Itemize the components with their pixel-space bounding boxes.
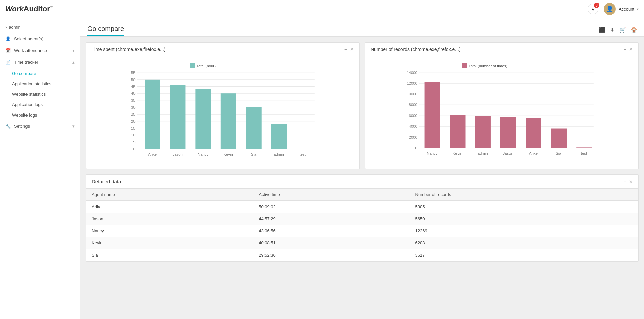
left-chart-header: Time spent (chrome.exe,firefox.e...) − ✕: [86, 43, 359, 56]
sidebar-item-go-compare[interactable]: Go compare: [12, 68, 80, 79]
svg-rect-65: [526, 118, 541, 148]
logo: WorkAuditor™: [5, 5, 53, 13]
svg-text:4000: 4000: [409, 124, 417, 128]
right-chart-card: Number of records (chrome.exe,firefox.e.…: [365, 42, 639, 169]
notifications-button[interactable]: ★ 3: [588, 4, 598, 14]
svg-text:Sia: Sia: [556, 151, 561, 155]
sidebar-item-application-statistics[interactable]: Application statistics: [12, 79, 80, 89]
svg-rect-28: [170, 85, 186, 149]
svg-text:30: 30: [131, 105, 136, 109]
left-chart-card: Time spent (chrome.exe,firefox.e...) − ✕…: [86, 42, 360, 169]
minimize-icon[interactable]: −: [344, 47, 347, 52]
svg-text:45: 45: [131, 85, 136, 89]
svg-text:Nancy: Nancy: [198, 152, 209, 156]
svg-text:14000: 14000: [407, 71, 417, 75]
svg-text:Jason: Jason: [503, 151, 513, 155]
close-icon[interactable]: ✕: [350, 47, 354, 52]
close-icon[interactable]: ✕: [629, 47, 633, 52]
cell-active-time: 40:08:51: [253, 237, 410, 249]
svg-text:Arike: Arike: [529, 151, 538, 155]
svg-rect-30: [195, 89, 211, 149]
download-icon[interactable]: ⬇: [610, 27, 614, 33]
table-row: Sia 29:52:36 3617: [86, 249, 638, 261]
topbar: WorkAuditor™ ★ 3 👤 Account ▾: [0, 0, 644, 18]
select-agents-icon: 👤: [5, 36, 11, 41]
sidebar-item-select-agents[interactable]: 👤 Select agent(s): [0, 33, 80, 45]
tracker-icon: 📄: [5, 60, 11, 65]
svg-text:25: 25: [131, 112, 136, 116]
work-attendance-label: Work attendance: [14, 48, 47, 53]
svg-rect-34: [246, 107, 262, 149]
cell-records: 6203: [410, 237, 638, 249]
chevron-down-icon: ▾: [72, 124, 75, 129]
svg-text:2000: 2000: [409, 135, 417, 139]
svg-text:Total (hour): Total (hour): [196, 64, 216, 68]
sidebar-item-work-attendance[interactable]: 📅 Work attendance ▾: [0, 45, 80, 56]
svg-rect-61: [475, 116, 491, 148]
table-header: Agent name Active time Number of records: [86, 189, 638, 201]
svg-text:50: 50: [131, 78, 136, 82]
svg-text:Nancy: Nancy: [427, 151, 438, 155]
content-area: Go compare ⬛ ⬇ 🛒 🏠 Time spent (chrome.ex…: [80, 18, 644, 319]
main-layout: › admin 👤 Select agent(s) 📅 Work attenda…: [0, 18, 644, 319]
cell-active-time: 44:57:29: [253, 213, 410, 225]
table-row: Kevin 40:08:51 6203: [86, 237, 638, 249]
cell-records: 12269: [410, 225, 638, 237]
chevron-right-icon: ›: [5, 25, 7, 30]
right-chart-title: Number of records (chrome.exe,firefox.e.…: [371, 47, 461, 52]
close-icon[interactable]: ✕: [629, 179, 633, 184]
svg-rect-26: [145, 80, 161, 149]
sidebar-item-settings[interactable]: 🔧 Settings ▾: [0, 120, 80, 132]
charts-row: Time spent (chrome.exe,firefox.e...) − ✕…: [86, 42, 639, 169]
topbar-right: ★ 3 👤 Account ▾: [588, 3, 639, 15]
account-menu[interactable]: 👤 Account ▾: [604, 3, 639, 15]
right-chart-header: Number of records (chrome.exe,firefox.e.…: [365, 43, 638, 56]
col-agent-name: Agent name: [86, 189, 253, 201]
svg-text:admin: admin: [274, 152, 284, 156]
svg-text:40: 40: [131, 91, 136, 95]
page-header: Go compare ⬛ ⬇ 🛒 🏠: [80, 18, 644, 37]
sidebar-sub-time-tracker: Go compare Application statistics Websit…: [0, 68, 80, 120]
svg-text:Kevin: Kevin: [453, 151, 462, 155]
svg-text:5: 5: [133, 140, 135, 144]
cell-agent: Nancy: [86, 225, 253, 237]
detailed-data-card: Detailed data − ✕ Agent name Active time…: [86, 174, 639, 262]
monitor-icon[interactable]: ⬛: [599, 27, 605, 33]
svg-text:0: 0: [133, 147, 135, 151]
sidebar-item-time-tracker[interactable]: 📄 Time tracker ▴: [0, 56, 80, 68]
page-title: Go compare: [87, 25, 124, 36]
svg-text:0: 0: [415, 146, 417, 150]
svg-text:10: 10: [131, 133, 136, 137]
minimize-icon[interactable]: −: [624, 179, 626, 184]
sidebar-item-website-statistics[interactable]: Website statistics: [12, 89, 80, 99]
svg-text:35: 35: [131, 98, 136, 102]
minimize-icon[interactable]: −: [624, 47, 626, 52]
cell-active-time: 50:09:02: [253, 201, 410, 213]
svg-rect-63: [500, 117, 516, 148]
notification-badge: 3: [594, 3, 599, 8]
calendar-icon: 📅: [5, 48, 11, 53]
sidebar: › admin 👤 Select agent(s) 📅 Work attenda…: [0, 18, 80, 319]
sidebar-item-application-logs[interactable]: Application logs: [12, 99, 80, 110]
cell-agent: Jason: [86, 213, 253, 225]
svg-rect-39: [462, 63, 467, 68]
svg-rect-57: [425, 82, 440, 148]
svg-text:20: 20: [131, 119, 136, 123]
left-chart-svg: Total (hour): [92, 60, 354, 165]
cell-active-time: 43:06:56: [253, 225, 410, 237]
left-bar-chart: Total (hour): [92, 60, 354, 165]
chevron-down-icon: ▾: [637, 7, 639, 11]
cell-active-time: 29:52:36: [253, 249, 410, 261]
left-chart-title: Time spent (chrome.exe,firefox.e...): [92, 47, 165, 52]
home-icon[interactable]: 🏠: [631, 27, 637, 33]
admin-label: admin: [9, 25, 20, 30]
cart-icon[interactable]: 🛒: [619, 27, 626, 33]
scroll-content: Time spent (chrome.exe,firefox.e...) − ✕…: [80, 37, 644, 319]
svg-text:55: 55: [131, 71, 136, 75]
sidebar-item-website-logs[interactable]: Website logs: [12, 110, 80, 120]
svg-text:8000: 8000: [409, 103, 417, 107]
sidebar-admin[interactable]: › admin: [0, 21, 80, 33]
svg-text:test: test: [300, 152, 306, 156]
account-label: Account: [619, 7, 634, 12]
svg-text:Arike: Arike: [148, 152, 157, 156]
